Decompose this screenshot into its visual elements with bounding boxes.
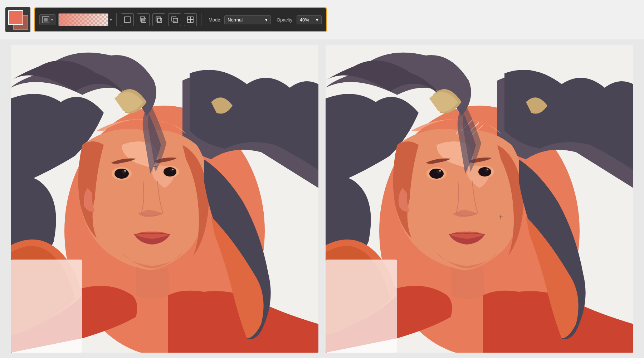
gradient-chevron-icon: ▾ bbox=[110, 17, 112, 22]
svg-point-20 bbox=[124, 170, 126, 172]
right-painting bbox=[326, 45, 633, 353]
gradient-preview-inner bbox=[59, 14, 108, 26]
svg-rect-11 bbox=[187, 17, 190, 20]
opacity-chevron-icon: ▾ bbox=[316, 17, 318, 23]
mode-dropdown[interactable]: Normal ▾ bbox=[224, 15, 271, 24]
mode-chevron-icon: ▾ bbox=[265, 17, 268, 23]
svg-rect-42 bbox=[326, 260, 397, 353]
layer-icon bbox=[42, 16, 50, 24]
left-painting bbox=[11, 45, 318, 353]
selection-add-button[interactable] bbox=[168, 13, 181, 26]
svg-rect-9 bbox=[172, 17, 176, 21]
selection-xor-button[interactable] bbox=[184, 13, 197, 26]
svg-point-37 bbox=[439, 170, 441, 172]
main-toolbar: ▾ ▾ bbox=[34, 7, 327, 32]
svg-rect-25 bbox=[11, 260, 82, 353]
svg-rect-12 bbox=[190, 17, 193, 20]
chevron-icon: ▾ bbox=[51, 18, 53, 22]
svg-point-35 bbox=[429, 169, 444, 179]
left-canvas[interactable] bbox=[11, 45, 318, 353]
opacity-dropdown[interactable]: 40% ▾ bbox=[297, 15, 322, 24]
color-swatch-container[interactable] bbox=[5, 7, 30, 32]
toolbar-area: ▾ ▾ bbox=[0, 0, 644, 39]
divider-1 bbox=[116, 13, 117, 26]
selection-rect-button[interactable] bbox=[121, 13, 134, 26]
svg-rect-5 bbox=[142, 18, 145, 21]
svg-rect-10 bbox=[173, 18, 177, 23]
svg-point-24 bbox=[172, 169, 174, 170]
opacity-label: Opacity: bbox=[277, 17, 294, 23]
right-canvas[interactable] bbox=[326, 45, 633, 353]
canvas-area bbox=[0, 39, 644, 358]
mode-label: Mode: bbox=[209, 17, 221, 23]
svg-point-18 bbox=[114, 169, 129, 179]
color-swatch-foreground bbox=[8, 10, 23, 25]
layer-mode-select-small[interactable]: ▾ bbox=[39, 14, 55, 25]
svg-point-22 bbox=[164, 167, 176, 176]
gradient-preview bbox=[58, 13, 108, 26]
selection-intersect-button[interactable] bbox=[137, 13, 150, 26]
svg-rect-8 bbox=[157, 18, 160, 21]
svg-rect-13 bbox=[187, 20, 190, 23]
gradient-select-group[interactable]: ▾ bbox=[58, 13, 112, 26]
selection-subtract-button[interactable] bbox=[152, 13, 165, 26]
opacity-value: 40% bbox=[300, 17, 309, 23]
svg-rect-1 bbox=[44, 18, 48, 21]
svg-point-41 bbox=[487, 169, 489, 170]
mode-value: Normal bbox=[228, 17, 243, 23]
svg-rect-2 bbox=[125, 17, 130, 23]
svg-rect-14 bbox=[190, 20, 193, 23]
divider-2 bbox=[201, 13, 201, 26]
svg-point-39 bbox=[478, 167, 491, 176]
